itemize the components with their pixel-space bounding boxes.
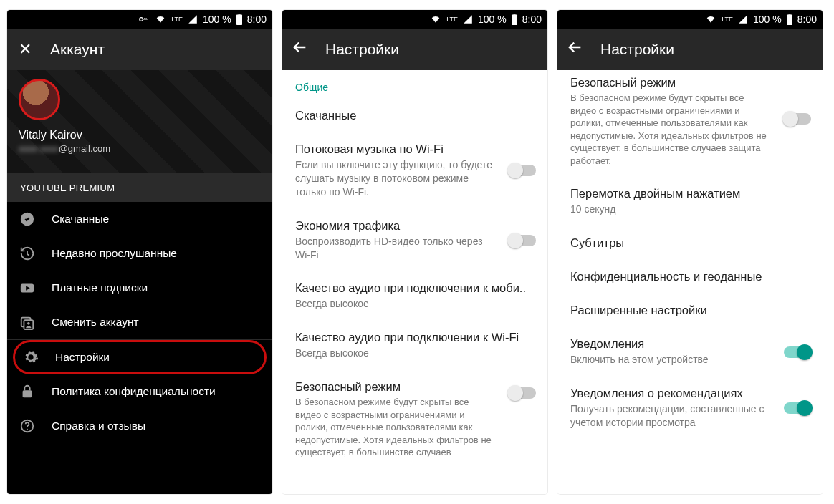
help-icon — [19, 417, 36, 435]
avatar[interactable] — [19, 79, 60, 120]
settings-list[interactable]: Общие Скачанные Потоковая музыка по Wi-F… — [282, 70, 547, 494]
settings-item-safe-mode[interactable]: Безопасный режим В безопасном режиме буд… — [557, 70, 823, 177]
settings-item-privacy-geo[interactable]: Конфиденциальность и геоданные — [557, 260, 823, 294]
settings-item-subtitle: В безопасном режиме будут скрыты все вид… — [295, 396, 535, 459]
back-icon[interactable] — [567, 39, 583, 59]
status-bar: LTE 100 % 8:00 — [7, 10, 272, 29]
menu-item-help[interactable]: Справка и отзывы — [7, 409, 272, 443]
phone-account: LTE 100 % 8:00 ✕ Аккаунт Vitaly Kairov x… — [7, 10, 272, 494]
svg-rect-13 — [787, 15, 792, 25]
svg-rect-2 — [238, 14, 240, 15]
user-name: Vitaly Kairov — [19, 129, 261, 142]
menu-item-settings[interactable]: Настройки — [13, 340, 267, 374]
menu-label: Настройки — [55, 351, 110, 364]
toggle-notifications[interactable] — [784, 346, 811, 358]
settings-item-subtitle: 10 секунд — [570, 203, 810, 216]
battery-text: 100 % — [478, 14, 507, 25]
lock-icon — [19, 383, 36, 400]
wifi-icon — [154, 14, 167, 24]
phone-settings-1: LTE 100 % 8:00 Настройки Общие Скачанные… — [282, 10, 547, 494]
settings-item-subtitle: Всегда высокое — [295, 297, 535, 311]
svg-rect-12 — [513, 14, 515, 15]
menu-item-privacy[interactable]: Политика конфиденциальности — [7, 374, 272, 409]
settings-item-subtitle: Включить на этом устройстве — [570, 353, 810, 367]
settings-item-subtitle: Всегда высокое — [295, 346, 535, 360]
svg-point-0 — [140, 18, 143, 21]
settings-item-title: Перемотка двойным нажатием — [570, 187, 810, 200]
youtube-icon — [19, 279, 36, 296]
menu-label: Недавно прослушанные — [52, 247, 177, 260]
settings-item-title: Конфиденциальность и геоданные — [570, 270, 810, 284]
status-bar: LTE 100 % 8:00 — [282, 10, 547, 29]
close-icon[interactable]: ✕ — [17, 40, 33, 59]
menu-item-paid[interactable]: Платные подписки — [7, 271, 272, 305]
user-email: xxxx xxxx@gmail.com — [19, 143, 261, 154]
action-bar: Настройки — [282, 29, 547, 70]
menu-item-recent[interactable]: Недавно прослушанные — [7, 236, 272, 271]
settings-item-safe-mode[interactable]: Безопасный режим В безопасном режиме буд… — [282, 370, 547, 469]
settings-item-title: Скачанные — [295, 109, 535, 122]
svg-point-7 — [27, 322, 30, 325]
svg-point-10 — [27, 429, 28, 430]
status-bar: LTE 100 % 8:00 — [557, 10, 823, 29]
settings-item-downloads[interactable]: Скачанные — [282, 99, 547, 132]
check-circle-icon — [19, 210, 36, 228]
svg-rect-11 — [512, 15, 517, 25]
settings-item-title: Потоковая музыка по Wi-Fi — [295, 142, 535, 156]
settings-item-title: Расширенные настройки — [570, 304, 810, 317]
toggle-wifi-stream[interactable] — [509, 165, 536, 176]
settings-item-subtitles[interactable]: Субтитры — [557, 226, 823, 260]
menu-label: Скачанные — [52, 213, 109, 226]
settings-item-notifications[interactable]: Уведомления Включить на этом устройстве — [557, 327, 823, 377]
settings-item-advanced[interactable]: Расширенные настройки — [557, 294, 823, 327]
svg-rect-14 — [788, 14, 790, 15]
settings-item-data-saver[interactable]: Экономия трафика Воспроизводить HD-видео… — [282, 209, 547, 272]
toggle-rec-notifications[interactable] — [784, 402, 811, 414]
menu-label: Сменить аккаунт — [52, 316, 139, 329]
lte-label: LTE — [171, 16, 183, 22]
battery-icon — [786, 14, 793, 25]
page-title: Настройки — [325, 41, 399, 58]
settings-item-audio-wifi[interactable]: Качество аудио при подключении к Wi-Fi В… — [282, 321, 547, 370]
settings-item-title: Качество аудио при подключении к моби.. — [295, 281, 535, 295]
settings-item-double-tap[interactable]: Перемотка двойным нажатием 10 секунд — [557, 177, 823, 226]
settings-item-title: Безопасный режим — [570, 76, 810, 89]
account-body: Vitaly Kairov xxxx xxxx@gmail.com YOUTUB… — [7, 70, 272, 494]
lte-label: LTE — [446, 16, 458, 23]
clock-text: 8:00 — [797, 14, 817, 25]
settings-item-rec-notifications[interactable]: Уведомления о рекомендациях Получать рек… — [557, 377, 823, 440]
settings-item-subtitle: Если вы включите эту функцию, то будете … — [295, 158, 535, 199]
settings-item-title: Уведомления — [570, 337, 810, 351]
settings-item-subtitle: В безопасном режиме будут скрыты все вид… — [570, 92, 810, 167]
menu-item-switch[interactable]: Сменить аккаунт — [7, 305, 272, 339]
settings-list[interactable]: Безопасный режим В безопасном режиме буд… — [557, 70, 823, 494]
section-header-general: Общие — [282, 70, 547, 99]
wifi-icon — [429, 14, 442, 24]
wifi-icon — [704, 14, 717, 24]
settings-item-title: Экономия трафика — [295, 219, 535, 233]
back-icon[interactable] — [292, 39, 308, 59]
battery-text: 100 % — [753, 14, 782, 25]
settings-item-audio-mobile[interactable]: Качество аудио при подключении к моби.. … — [282, 271, 547, 321]
svg-rect-8 — [23, 390, 32, 397]
signal-icon — [737, 14, 749, 24]
battery-icon — [511, 14, 518, 25]
settings-item-wifi-stream[interactable]: Потоковая музыка по Wi-Fi Если вы включи… — [282, 132, 547, 209]
menu-item-downloads[interactable]: Скачанные — [7, 202, 272, 236]
settings-item-title: Качество аудио при подключении к Wi-Fi — [295, 331, 535, 344]
settings-item-subtitle: Воспроизводить HD-видео только через Wi-… — [295, 235, 535, 262]
gear-icon — [22, 349, 39, 366]
key-icon — [137, 14, 150, 24]
premium-label: YOUTUBE PREMIUM — [7, 173, 272, 202]
toggle-data-saver[interactable] — [509, 235, 536, 246]
menu-label: Политика конфиденциальности — [52, 385, 216, 398]
phone-settings-2: LTE 100 % 8:00 Настройки Безопасный режи… — [557, 10, 823, 494]
account-header: Vitaly Kairov xxxx xxxx@gmail.com YOUTUB… — [7, 70, 272, 202]
menu-label: Платные подписки — [52, 281, 148, 294]
account-menu: Скачанные Недавно прослушанные Платные п… — [7, 202, 272, 443]
settings-item-title: Субтитры — [570, 236, 810, 250]
toggle-safe-mode[interactable] — [784, 113, 811, 125]
toggle-safe-mode[interactable] — [509, 387, 536, 399]
signal-icon — [187, 14, 198, 24]
clock-text: 8:00 — [247, 14, 267, 25]
